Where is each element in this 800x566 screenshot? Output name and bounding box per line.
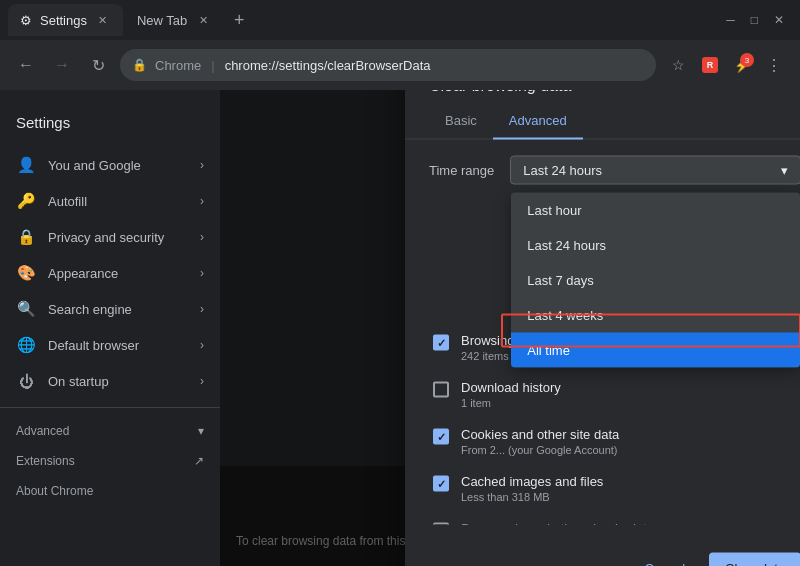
sidebar-item-startup[interactable]: ⏻ On startup › [0, 363, 220, 399]
download-history-desc: 1 item [461, 397, 797, 409]
cached-title: Cached images and files [461, 474, 797, 489]
minimize-icon[interactable]: ─ [726, 13, 735, 27]
arrow-icon-4: › [200, 266, 204, 280]
dialog-title: Clear browsing data [405, 90, 800, 103]
bookmarks-icon[interactable]: ☆ [664, 51, 692, 79]
ext-badge: R [702, 57, 718, 73]
sidebar-item-privacy[interactable]: 🔒 Privacy and security › [0, 219, 220, 255]
arrow-icon: › [200, 158, 204, 172]
cookies-text: Cookies and other site data From 2... (y… [461, 427, 797, 456]
time-range-dropdown[interactable]: Last hour Last 24 hours Last 7 days Last… [511, 193, 800, 368]
tab-bar: ⚙ Settings ✕ New Tab ✕ + ─ □ ✕ [0, 0, 800, 40]
tab-advanced-label: Advanced [509, 113, 567, 128]
extensions-label: Extensions [16, 454, 75, 468]
option-last-24-hours[interactable]: Last 24 hours [511, 228, 800, 263]
sidebar-item-default-browser[interactable]: 🌐 Default browser › [0, 327, 220, 363]
dialog-body: Time range Last 24 hours ▾ Last hour Las… [405, 140, 800, 541]
sidebar-label-startup: On startup [48, 374, 109, 389]
option-all-time[interactable]: All time [511, 333, 800, 368]
time-range-row: Time range Last 24 hours ▾ Last hour Las… [429, 156, 800, 185]
cookies-title: Cookies and other site data [461, 427, 797, 442]
browsing-history-checkbox[interactable] [433, 335, 449, 351]
new-tab-close[interactable]: ✕ [195, 12, 211, 28]
sidebar-label-default-browser: Default browser [48, 338, 139, 353]
option-last-7-days[interactable]: Last 7 days [511, 263, 800, 298]
download-history-checkbox[interactable] [433, 382, 449, 398]
sidebar-section-extensions[interactable]: Extensions ↗ [0, 446, 220, 476]
about-chrome-label: About Chrome [16, 484, 93, 498]
checkbox-passwords: Passwords and other sign-in data None [429, 513, 800, 525]
clear-data-button[interactable]: Clear data [709, 553, 800, 567]
lock-icon-2: 🔒 [16, 227, 36, 247]
appearance-icon: 🎨 [16, 263, 36, 283]
option-last-hour[interactable]: Last hour [511, 193, 800, 228]
sidebar-label-privacy: Privacy and security [48, 230, 164, 245]
download-history-title: Download history [461, 380, 797, 395]
cookies-checkbox[interactable] [433, 429, 449, 445]
sidebar-section-about[interactable]: About Chrome [0, 476, 220, 506]
forward-button[interactable]: → [48, 51, 76, 79]
advanced-chevron-icon: ▾ [198, 424, 204, 438]
sidebar-divider [0, 407, 220, 408]
settings-tab-close[interactable]: ✕ [95, 12, 111, 28]
arrow-icon-7: › [200, 374, 204, 388]
search-icon: 🔍 [16, 299, 36, 319]
cached-desc: Less than 318 MB [461, 491, 797, 503]
new-tab[interactable]: New Tab ✕ [125, 4, 223, 36]
new-tab-label: New Tab [137, 13, 187, 28]
reload-button[interactable]: ↻ [84, 51, 112, 79]
arrow-icon-5: › [200, 302, 204, 316]
main-content: Settings 👤 You and Google › 🔑 Autofill ›… [0, 90, 800, 566]
sidebar-item-you-and-google[interactable]: 👤 You and Google › [0, 147, 220, 183]
sidebar-item-autofill[interactable]: 🔑 Autofill › [0, 183, 220, 219]
sidebar-item-appearance[interactable]: 🎨 Appearance › [0, 255, 220, 291]
sidebar-label-you-and-google: You and Google [48, 158, 141, 173]
arrow-icon-2: › [200, 194, 204, 208]
back-button[interactable]: ← [12, 51, 40, 79]
settings-tab-label: Settings [40, 13, 87, 28]
passwords-checkbox[interactable] [433, 523, 449, 525]
tab-basic[interactable]: Basic [429, 103, 493, 140]
sidebar-item-search[interactable]: 🔍 Search engine › [0, 291, 220, 327]
badge-count: 3 [740, 53, 754, 67]
address-protocol: Chrome [155, 58, 201, 73]
option-last-24-hours-label: Last 24 hours [527, 238, 606, 253]
cached-text: Cached images and files Less than 318 MB [461, 474, 797, 503]
time-range-value: Last 24 hours [523, 163, 602, 178]
settings-tab-icon: ⚙ [20, 13, 32, 28]
startup-icon: ⏻ [16, 371, 36, 391]
extension2-icon[interactable]: ⚡ 3 [728, 51, 756, 79]
external-link-icon: ↗ [194, 454, 204, 468]
cached-checkbox[interactable] [433, 476, 449, 492]
sidebar-label-autofill: Autofill [48, 194, 87, 209]
tab-advanced[interactable]: Advanced [493, 103, 583, 140]
arrow-icon-3: › [200, 230, 204, 244]
browser-icon: 🌐 [16, 335, 36, 355]
time-range-select[interactable]: Last 24 hours ▾ Last hour Last 24 hours [510, 156, 800, 185]
menu-icon[interactable]: ⋮ [760, 51, 788, 79]
new-tab-button[interactable]: + [225, 6, 253, 34]
sidebar-title: Settings [0, 106, 220, 147]
time-range-label: Time range [429, 163, 494, 178]
extension1-icon[interactable]: R [696, 51, 724, 79]
checkbox-cookies: Cookies and other site data From 2... (y… [429, 419, 800, 464]
option-all-time-label: All time [527, 343, 570, 358]
settings-tab[interactable]: ⚙ Settings ✕ [8, 4, 123, 36]
dialog-footer: Cancel Clear data [405, 541, 800, 567]
omnibar: ← → ↻ 🔒 Chrome | chrome://settings/clear… [0, 40, 800, 90]
browser-frame: ⚙ Settings ✕ New Tab ✕ + ─ □ ✕ ← → ↻ 🔒 C… [0, 0, 800, 90]
sidebar-section-advanced[interactable]: Advanced ▾ [0, 416, 220, 446]
maximize-icon[interactable]: □ [751, 13, 758, 27]
sidebar: Settings 👤 You and Google › 🔑 Autofill ›… [0, 90, 220, 566]
arrow-icon-6: › [200, 338, 204, 352]
dropdown-chevron-icon: ▾ [781, 163, 788, 178]
option-last-4-weeks[interactable]: Last 4 weeks [511, 298, 800, 333]
dialog-tabs: Basic Advanced [405, 103, 800, 140]
cancel-button[interactable]: Cancel [629, 553, 701, 567]
page-content: To clear browsing data from this device … [220, 90, 800, 566]
address-bar[interactable]: 🔒 Chrome | chrome://settings/clearBrowse… [120, 49, 656, 81]
address-url: chrome://settings/clearBrowserData [225, 58, 431, 73]
toolbar-icons: ☆ R ⚡ 3 ⋮ [664, 51, 788, 79]
close-icon[interactable]: ✕ [774, 13, 784, 27]
key-icon: 🔑 [16, 191, 36, 211]
